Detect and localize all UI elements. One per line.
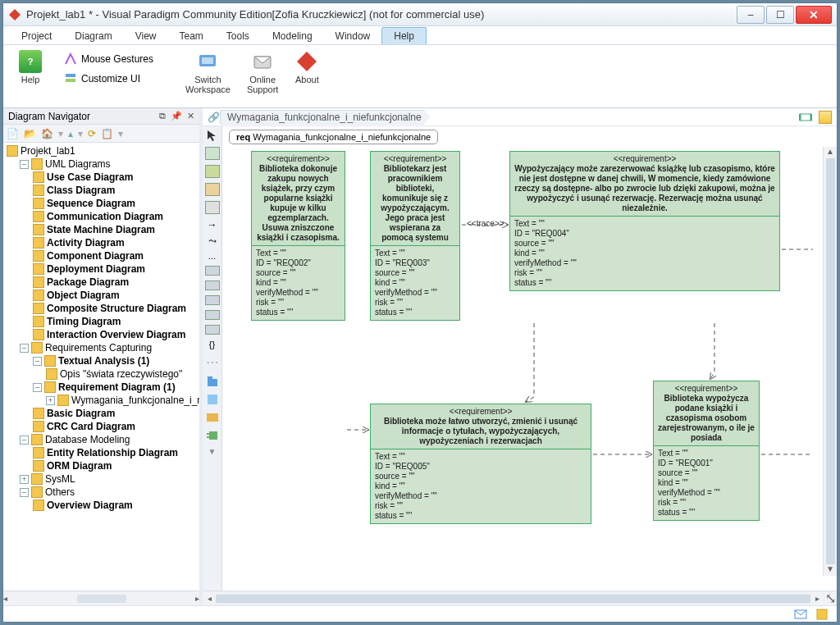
tree-item[interactable]: Communication Diagram [47, 210, 163, 223]
menu-team[interactable]: Team [168, 28, 215, 44]
nav-nav-icon[interactable]: 🏠 [41, 128, 53, 139]
mail-icon[interactable] [794, 608, 807, 621]
canvas-vscroll[interactable]: ▲▼ [823, 147, 837, 576]
navigator-close-icon[interactable]: ✕ [187, 111, 194, 121]
expand-icon[interactable]: + [20, 475, 29, 484]
palette-braces-icon[interactable]: {} [209, 340, 215, 349]
palette-req-icon[interactable] [205, 147, 220, 160]
tree-item[interactable]: Object Diagram [47, 289, 120, 302]
palette-item-icon[interactable] [205, 325, 220, 335]
minimize-button[interactable]: – [737, 6, 765, 24]
nav-folder-icon[interactable]: 📂 [24, 128, 36, 139]
folder-icon [44, 381, 56, 393]
diagram-canvas[interactable]: req Wymagania_funkcjonalne_i_niefunkcjon… [222, 126, 837, 591]
tree-others[interactable]: Others [45, 486, 75, 499]
palette-image-icon[interactable] [206, 411, 219, 424]
canvas-hscroll[interactable]: ◂▸ ⤡ [203, 591, 837, 605]
menu-modeling[interactable]: Modeling [261, 28, 324, 44]
ribbon-switch-workspace[interactable]: Switch Workspace [177, 48, 239, 96]
tree-sysml[interactable]: SysML [45, 472, 75, 486]
tree-reqdiag-child[interactable]: Wymagania_funkcjonalne_i_niefunkcjonalne [71, 394, 199, 407]
collapse-icon[interactable]: – [33, 357, 42, 366]
note-icon[interactable] [815, 608, 829, 621]
breadcrumb-item[interactable]: Wymagania_funkcjonalne_i_niefunkcjonalne [220, 110, 431, 125]
tree-item[interactable]: Deployment Diagram [47, 262, 145, 276]
tree-item[interactable]: Use Case Diagram [47, 171, 133, 184]
menu-project[interactable]: Project [10, 28, 63, 44]
tree-basic[interactable]: Basic Diagram [47, 407, 115, 420]
tree-crc[interactable]: CRC Card Diagram [47, 420, 135, 433]
palette-item-icon[interactable] [205, 295, 220, 305]
navigator-restore-icon[interactable]: ⧉ [159, 111, 166, 121]
collapse-icon[interactable]: – [20, 436, 29, 445]
open-folder-icon[interactable] [819, 111, 832, 124]
expand-icon[interactable]: + [46, 396, 55, 405]
tree-db[interactable]: Database Modeling [45, 433, 130, 446]
tree-item[interactable]: ORM Diagram [47, 459, 112, 472]
palette-package-icon[interactable] [206, 375, 219, 388]
ribbon-online-support[interactable]: Online Support [239, 48, 287, 96]
tree-textual[interactable]: Textual Analysis (1) [58, 354, 149, 367]
palette-component-icon[interactable] [206, 429, 219, 442]
menu-diagram[interactable]: Diagram [63, 28, 123, 44]
menu-window[interactable]: Window [324, 28, 382, 44]
collapse-icon[interactable]: – [20, 488, 29, 497]
menu-help[interactable]: Help [381, 27, 427, 44]
navigator-hscroll[interactable]: ◂ ▸ [3, 591, 199, 605]
tree-item[interactable]: Sequence Diagram [47, 197, 135, 210]
menu-tools[interactable]: Tools [215, 28, 261, 44]
requirement-req001[interactable]: <<requirement>>Biblioteka wypożycza poda… [653, 381, 760, 521]
tree-item[interactable]: Composite Structure Diagram [47, 302, 186, 315]
cursor-tool-icon[interactable] [206, 129, 219, 142]
resize-grip-icon[interactable]: ⤡ [824, 591, 837, 606]
tree-item[interactable]: Class Diagram [47, 184, 115, 197]
palette-down-icon[interactable]: ▼ [208, 447, 217, 456]
navigator-tree[interactable]: Projekt_lab1 –UML Diagrams Use Case Diag… [3, 143, 199, 591]
menu-view[interactable]: View [124, 28, 168, 44]
requirement-req002[interactable]: <<requirement>>Biblioteka dokonuje zakup… [251, 151, 345, 321]
palette-testcase-icon[interactable] [205, 183, 220, 196]
maximize-button[interactable]: ☐ [766, 6, 794, 24]
collapse-icon[interactable]: – [33, 383, 42, 392]
nav-new-icon[interactable]: 📄 [7, 128, 19, 139]
nav-refresh-icon[interactable]: ⟳ [88, 128, 96, 139]
tree-textual-child[interactable]: Opis "świata rzeczywistego" [60, 367, 182, 381]
palette-note-icon[interactable] [205, 201, 220, 214]
palette-model-icon[interactable] [205, 165, 220, 178]
close-button[interactable]: ✕ [796, 6, 832, 24]
nav-copy-icon[interactable]: 📋 [101, 128, 113, 139]
tree-item[interactable]: Entity Relationship Diagram [47, 446, 178, 459]
ribbon-online-support-l1: Online [249, 75, 276, 84]
tree-item[interactable]: Interaction Overview Diagram [47, 328, 185, 341]
ribbon-about[interactable]: About [286, 48, 327, 86]
breadcrumb-link-icon[interactable]: 🔗 [208, 112, 220, 123]
palette-dash-icon[interactable]: ⤳ [208, 235, 217, 247]
tree-item[interactable]: Timing Diagram [47, 315, 121, 328]
tree-item[interactable]: Component Diagram [47, 249, 144, 262]
palette-item-icon[interactable] [205, 266, 220, 276]
tree-item[interactable]: Package Diagram [47, 276, 129, 289]
collapse-icon[interactable]: – [20, 160, 29, 169]
collapse-icon[interactable]: – [20, 344, 29, 353]
tree-uml[interactable]: UML Diagrams [45, 157, 111, 171]
tree-root[interactable]: Projekt_lab1 [21, 144, 75, 157]
tree-req[interactable]: Requirements Capturing [45, 341, 152, 354]
ribbon-help[interactable]: ? Help [10, 48, 51, 86]
palette-item-icon[interactable] [205, 281, 220, 290]
requirement-req004[interactable]: <<requirement>>Wypożyczający może zareze… [509, 151, 780, 291]
palette-arrow-icon[interactable]: → [208, 219, 217, 230]
palette-dot-icon[interactable]: … [208, 252, 217, 261]
palette-class-icon[interactable] [206, 393, 219, 406]
tree-reqdiag[interactable]: Requirement Diagram (1) [58, 381, 176, 394]
tree-item[interactable]: Activity Diagram [47, 236, 125, 249]
navigator-pin-icon[interactable]: 📌 [171, 111, 182, 121]
ribbon-mouse-gestures[interactable]: Mouse Gestures [56, 50, 162, 68]
ribbon-customize-ui[interactable]: Customize UI [56, 70, 162, 88]
requirement-req005[interactable]: <<requirement>>Biblioteka może łatwo utw… [370, 404, 591, 524]
nav-up-icon[interactable]: ▴ [68, 128, 73, 139]
tree-item[interactable]: Overview Diagram [47, 499, 133, 512]
palette-item-icon[interactable] [205, 310, 220, 320]
requirement-req003[interactable]: <<requirement>>Bibliotekarz jest pracown… [370, 151, 460, 321]
fit-icon[interactable] [799, 111, 812, 124]
tree-item[interactable]: State Machine Diagram [47, 223, 155, 236]
